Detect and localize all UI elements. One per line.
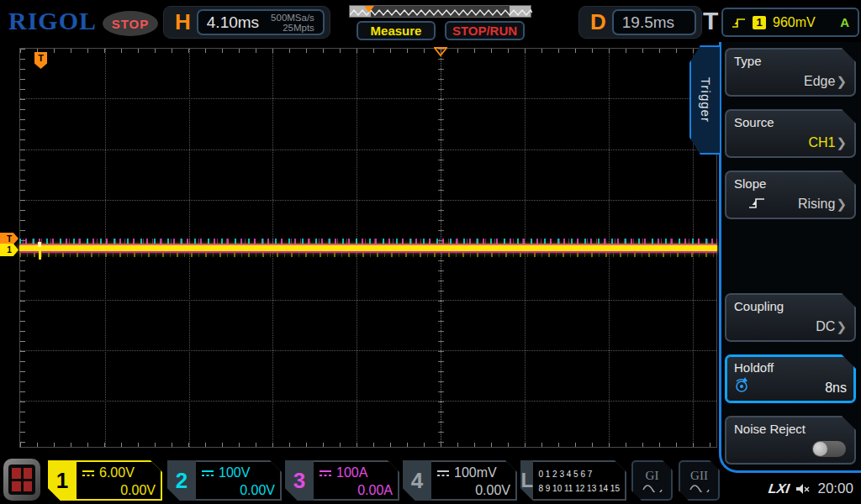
menu-item-holdoff[interactable]: Holdoff 8ns <box>725 354 856 403</box>
timebase-box: 4.10ms 500MSa/s 25Mpts <box>197 9 325 35</box>
toggle-knob <box>813 442 827 456</box>
trace-glitch-spike <box>39 251 41 260</box>
sine-wave-icon <box>642 482 663 492</box>
ch3-scale: 100A <box>336 465 367 480</box>
trigger-level-marker[interactable]: T <box>0 233 18 244</box>
acquisition-info: 500MSa/s 25Mpts <box>271 13 314 33</box>
holdoff-label: Holdoff <box>734 360 847 375</box>
ch1-position-marker[interactable]: 1 <box>0 244 18 256</box>
waveform-preview-strip[interactable] <box>349 5 531 18</box>
ch3-number: 3 <box>285 460 314 501</box>
memory-depth: 25Mpts <box>283 23 314 33</box>
measure-button[interactable]: Measure <box>357 21 436 40</box>
menu-item-slope[interactable]: Slope Rising❯ <box>725 171 856 219</box>
speaker-muted-icon <box>795 482 811 496</box>
menu-item-type[interactable]: Type Edge❯ <box>725 48 856 97</box>
generator-1-block[interactable]: GI <box>631 460 673 501</box>
noise-reject-label: Noise Reject <box>734 422 847 436</box>
grid-top-ticks <box>20 49 716 53</box>
menu-grid-icon <box>8 465 35 495</box>
preview-zigzag-icon <box>350 8 532 17</box>
channel-1-block[interactable]: 1 6.00V 0.00V <box>48 460 162 501</box>
chevron-right-icon: ❯ <box>836 197 847 212</box>
trigger-flag-letter: T <box>38 53 44 63</box>
oscilloscope-screen: RIGOL STOP H 4.10ms 500MSa/s 25Mpts Meas… <box>0 0 861 504</box>
dc-coupling-icon <box>436 470 451 477</box>
trigger-status-box[interactable]: 1 960mV A <box>721 8 859 37</box>
trigger-level-letter: T <box>7 234 12 244</box>
dc-coupling-icon <box>319 470 333 477</box>
delay-box: 19.5ms <box>612 9 696 35</box>
grid-hline <box>20 150 716 150</box>
g2-label: GII <box>690 470 708 482</box>
trigger-level-value: 960mV <box>773 15 816 30</box>
menu-item-noise-reject[interactable]: Noise Reject <box>725 416 856 465</box>
logic-row1: 0 1 2 3 4 5 6 7 <box>538 467 620 481</box>
sample-rate: 500MSa/s <box>271 13 314 23</box>
delay-d-badge: D <box>584 9 612 35</box>
ch4-offset: 0.00V <box>436 481 510 499</box>
channel-4-block[interactable]: 4 100mV 0.00V <box>403 460 517 501</box>
trigger-t-badge: T <box>703 7 718 35</box>
menu-item-source[interactable]: Source CH1❯ <box>725 109 856 158</box>
dc-coupling-icon <box>82 470 96 477</box>
grid-hline <box>20 401 716 402</box>
trigger-menu-panel <box>719 42 861 473</box>
ch2-scale: 100V <box>219 465 250 480</box>
status-area: LXI 20:00 <box>753 480 853 497</box>
source-value: CH1 <box>808 135 835 150</box>
logic-analyzer-block[interactable]: L 0 1 2 3 4 5 6 7 8 9 10 11 12 13 14 15 <box>520 460 626 501</box>
ch1-marker-number: 1 <box>7 245 12 255</box>
source-label: Source <box>734 115 847 129</box>
stop-run-label: STOP/RUN <box>452 24 517 38</box>
stop-run-button[interactable]: STOP/RUN <box>445 21 525 40</box>
ch1-scale: 6.00V <box>99 465 135 480</box>
lxi-badge: LXI <box>767 481 790 496</box>
trigger-source-badge: 1 <box>753 16 766 29</box>
coupling-value: DC <box>816 319 835 334</box>
slope-value: Rising <box>798 197 835 212</box>
trigger-position-marker-icon[interactable] <box>434 47 447 56</box>
ch1-offset: 0.00V <box>82 481 156 499</box>
rising-edge-icon <box>748 196 765 209</box>
slope-label: Slope <box>734 176 847 191</box>
sine-wave-icon <box>689 482 710 492</box>
trace-glitch-blob <box>38 242 41 247</box>
ch2-number: 2 <box>167 460 196 501</box>
noise-reject-toggle[interactable] <box>812 441 846 457</box>
type-label: Type <box>734 54 847 68</box>
ch1-number: 1 <box>48 460 77 501</box>
delay-value: 19.5ms <box>622 13 674 32</box>
preview-trigger-position-icon[interactable] <box>364 6 374 13</box>
rising-edge-icon <box>732 16 746 29</box>
horizontal-panel[interactable]: H 4.10ms 500MSa/s 25Mpts <box>163 6 330 39</box>
delay-panel[interactable]: D 19.5ms <box>578 6 702 39</box>
logic-row2: 8 9 10 11 12 13 14 15 <box>538 481 620 496</box>
holdoff-value: 8ns <box>825 381 847 396</box>
run-state-badge: STOP <box>103 11 158 36</box>
clock: 20:00 <box>817 480 853 497</box>
main-menu-button[interactable] <box>3 459 40 501</box>
generator-2-block[interactable]: GII <box>679 460 720 501</box>
grid-hline <box>20 300 716 301</box>
trigger-mode: A <box>840 15 849 29</box>
timebase-value: 4.10ms <box>207 13 259 32</box>
trace-noise-band-lower <box>19 253 717 257</box>
trigger-menu-tab[interactable]: Trigger <box>689 45 721 155</box>
run-state-label: STOP <box>112 17 150 31</box>
ch3-offset: 0.00A <box>319 481 393 499</box>
g1-label: GI <box>646 470 659 482</box>
chevron-right-icon: ❯ <box>836 74 847 89</box>
chevron-right-icon: ❯ <box>836 319 847 334</box>
grid-hline <box>20 98 716 99</box>
menu-item-coupling[interactable]: Coupling DC❯ <box>725 293 856 342</box>
grid-bottom-ticks <box>20 443 716 447</box>
logic-l-badge: L <box>520 460 533 501</box>
ch1-trace <box>19 245 717 251</box>
chevron-right-icon: ❯ <box>836 135 847 150</box>
dc-coupling-icon <box>201 470 215 477</box>
channel-3-block[interactable]: 3 100A 0.00A <box>285 460 399 501</box>
trigger-tab-label: Trigger <box>699 77 713 123</box>
channel-2-block[interactable]: 2 100V 0.00V <box>167 460 282 501</box>
grid-hline <box>20 350 716 351</box>
